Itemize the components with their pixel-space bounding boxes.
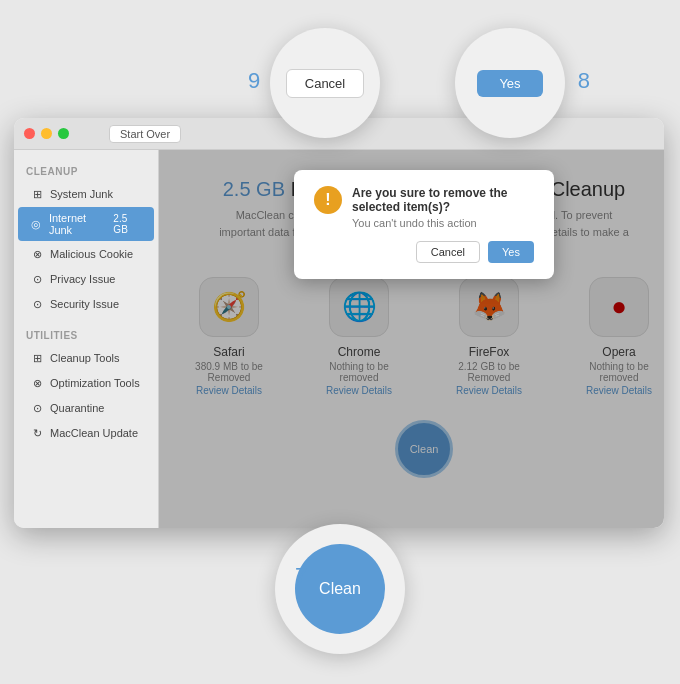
malicious-cookie-label: Malicious Cookie bbox=[50, 248, 133, 260]
dialog-buttons: Cancel Yes bbox=[314, 241, 534, 263]
dialog-yes-button[interactable]: Yes bbox=[488, 241, 534, 263]
privacy-issue-label: Privacy Issue bbox=[50, 273, 115, 285]
dialog-subtitle: You can't undo this action bbox=[352, 217, 534, 229]
dialog-cancel-button[interactable]: Cancel bbox=[416, 241, 480, 263]
cleanup-tools-icon: ⊞ bbox=[30, 351, 44, 365]
sidebar-item-malicious-cookie[interactable]: ⊗ Malicious Cookie bbox=[18, 242, 154, 266]
dialog-text: Are you sure to remove the selected item… bbox=[352, 186, 534, 229]
clean-circle-button[interactable]: Clean bbox=[295, 544, 385, 634]
internet-junk-badge: 2.5 GB bbox=[113, 213, 142, 235]
malicious-cookie-icon: ⊗ bbox=[30, 247, 44, 261]
internet-junk-icon: ◎ bbox=[30, 217, 43, 231]
security-icon: ⊙ bbox=[30, 297, 44, 311]
number-8-label: 8 bbox=[578, 68, 590, 94]
yes-circle: Yes bbox=[455, 28, 565, 138]
traffic-lights bbox=[24, 128, 69, 139]
quarantine-label: Quarantine bbox=[50, 402, 104, 414]
dialog-overlay: ! Are you sure to remove the selected it… bbox=[159, 150, 664, 528]
maximize-button[interactable] bbox=[58, 128, 69, 139]
start-over-button[interactable]: Start Over bbox=[109, 125, 181, 143]
cancel-circle-button[interactable]: Cancel bbox=[286, 69, 364, 98]
privacy-icon: ⊙ bbox=[30, 272, 44, 286]
sidebar-item-macclean-update[interactable]: ↻ MacClean Update bbox=[18, 421, 154, 445]
cleanup-tools-label: Cleanup Tools bbox=[50, 352, 120, 364]
dialog-warning-icon: ! bbox=[314, 186, 342, 214]
cancel-circle: Cancel bbox=[270, 28, 380, 138]
quarantine-icon: ⊙ bbox=[30, 401, 44, 415]
mac-window: Start Over Cleanup ⊞ System Junk ◎ Inter… bbox=[14, 118, 664, 528]
sidebar-section-cleanup: Cleanup bbox=[14, 162, 158, 181]
minimize-button[interactable] bbox=[41, 128, 52, 139]
system-junk-label: System Junk bbox=[50, 188, 113, 200]
dialog-box: ! Are you sure to remove the selected it… bbox=[294, 170, 554, 279]
sidebar-item-system-junk[interactable]: ⊞ System Junk bbox=[18, 182, 154, 206]
dialog-header: ! Are you sure to remove the selected it… bbox=[314, 186, 534, 229]
dialog-title: Are you sure to remove the selected item… bbox=[352, 186, 534, 214]
sidebar-item-cleanup-tools[interactable]: ⊞ Cleanup Tools bbox=[18, 346, 154, 370]
sidebar-item-internet-junk[interactable]: ◎ Internet Junk 2.5 GB bbox=[18, 207, 154, 241]
sidebar-section-utilities: Utilities bbox=[14, 326, 158, 345]
internet-junk-label: Internet Junk bbox=[49, 212, 107, 236]
close-button[interactable] bbox=[24, 128, 35, 139]
window-content: Cleanup ⊞ System Junk ◎ Internet Junk 2.… bbox=[14, 150, 664, 528]
sidebar-item-privacy-issue[interactable]: ⊙ Privacy Issue bbox=[18, 267, 154, 291]
sidebar-item-quarantine[interactable]: ⊙ Quarantine bbox=[18, 396, 154, 420]
security-issue-label: Security Issue bbox=[50, 298, 119, 310]
system-junk-icon: ⊞ bbox=[30, 187, 44, 201]
optimization-tools-label: Optimization Tools bbox=[50, 377, 140, 389]
macclean-update-label: MacClean Update bbox=[50, 427, 138, 439]
clean-circle: Clean bbox=[275, 524, 405, 654]
number-9-label: 9 bbox=[248, 68, 260, 94]
main-content: ! Are you sure to remove the selected it… bbox=[159, 150, 664, 528]
update-icon: ↻ bbox=[30, 426, 44, 440]
number-7-label: 7 bbox=[295, 563, 307, 589]
sidebar: Cleanup ⊞ System Junk ◎ Internet Junk 2.… bbox=[14, 150, 159, 528]
optimization-icon: ⊗ bbox=[30, 376, 44, 390]
sidebar-item-optimization-tools[interactable]: ⊗ Optimization Tools bbox=[18, 371, 154, 395]
sidebar-item-security-issue[interactable]: ⊙ Security Issue bbox=[18, 292, 154, 316]
yes-circle-button[interactable]: Yes bbox=[477, 70, 542, 97]
